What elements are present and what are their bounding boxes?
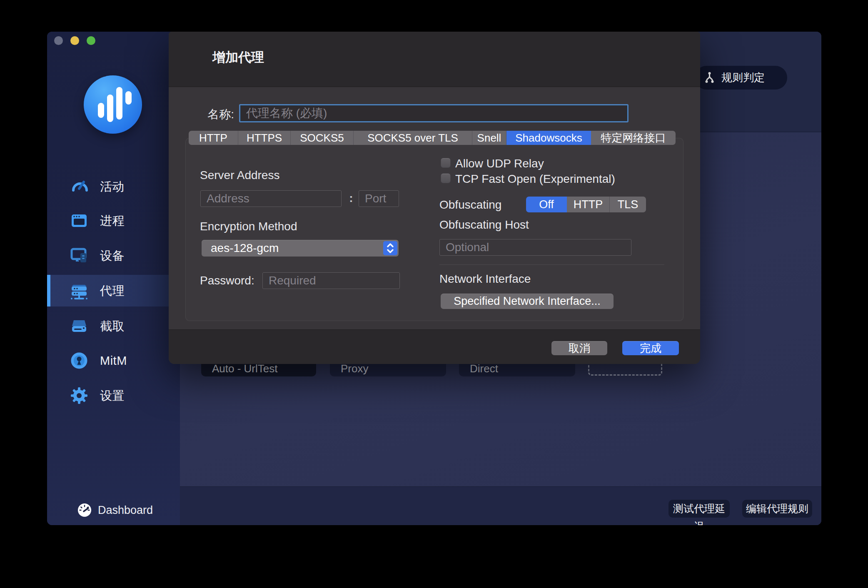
network-interface-label: Network Interface <box>439 272 531 286</box>
window-icon <box>70 212 88 230</box>
obfuscating-host-label: Obfuscating Host <box>439 218 529 232</box>
tcp-fast-open-checkbox[interactable] <box>441 173 451 183</box>
dialog-title: 增加代理 <box>212 49 264 66</box>
proxy-name-input[interactable] <box>239 104 629 122</box>
drive-icon <box>70 317 88 335</box>
tab-snell[interactable]: Snell <box>472 131 506 145</box>
dashboard-gauge-icon <box>77 503 92 518</box>
encryption-method-label: Encryption Method <box>200 220 297 233</box>
edit-proxy-rules-button[interactable]: 编辑代理规则 <box>742 500 812 518</box>
port-input[interactable] <box>359 190 399 207</box>
specified-network-interface-button[interactable]: Specified Network Interface... <box>441 294 614 309</box>
password-input[interactable] <box>262 272 400 289</box>
traffic-light-minimize[interactable] <box>70 36 79 45</box>
sidebar: 活动 进程 <box>47 32 180 525</box>
sidebar-item-activity[interactable]: 活动 <box>47 171 180 202</box>
sidebar-item-processes[interactable]: 进程 <box>47 205 180 237</box>
address-port-colon: : <box>347 192 355 205</box>
sidebar-item-label: 活动 <box>100 171 125 202</box>
tab-socks5-tls[interactable]: SOCKS5 over TLS <box>354 131 472 145</box>
tab-shadowsocks[interactable]: Shadowsocks <box>506 131 591 145</box>
obfuscating-option-off[interactable]: Off <box>526 197 567 212</box>
gear-icon <box>70 386 88 405</box>
add-proxy-dialog: 增加代理 名称: HTTP HTTPS SOCKS5 SOCKS5 over T… <box>169 32 700 364</box>
chevron-up-down-icon <box>383 241 397 255</box>
tab-socks5[interactable]: SOCKS5 <box>291 131 354 145</box>
selected-accent-bar <box>47 275 50 306</box>
sidebar-item-dashboard[interactable]: Dashboard <box>47 496 180 525</box>
encryption-method-select[interactable]: aes-128-gcm <box>202 240 399 257</box>
test-proxy-latency-button[interactable]: 测试代理延迟 <box>668 500 730 518</box>
devices-icon <box>70 247 88 265</box>
tab-http[interactable]: HTTP <box>189 131 238 145</box>
dialog-footer <box>169 329 700 364</box>
rule-judgement-button[interactable]: 规则判定 <box>695 66 787 90</box>
section-divider <box>439 264 664 265</box>
obfuscating-host-input[interactable] <box>439 239 631 256</box>
dashboard-label: Dashboard <box>98 496 153 525</box>
proxy-type-tabs: HTTP HTTPS SOCKS5 SOCKS5 over TLS Snell … <box>189 131 676 145</box>
obfuscating-label: Obfuscating <box>439 198 501 212</box>
address-input[interactable] <box>200 190 342 207</box>
sidebar-item-label: MitM <box>100 345 127 376</box>
obfuscating-option-http[interactable]: HTTP <box>567 197 610 212</box>
done-button[interactable]: 完成 <box>622 341 679 355</box>
sidebar-item-mitm[interactable]: MitM <box>47 345 180 376</box>
app-logo <box>84 75 142 134</box>
gauge-icon <box>70 177 88 196</box>
tab-network-interface[interactable]: 特定网络接口 <box>591 131 676 145</box>
obfuscating-segmented-control: Off HTTP TLS <box>526 197 646 212</box>
dialog-header: 增加代理 <box>169 32 700 87</box>
udp-relay-checkbox[interactable] <box>441 158 451 168</box>
server-address-label: Server Address <box>200 169 279 182</box>
encryption-method-value: aes-128-gcm <box>211 240 279 257</box>
sidebar-item-settings[interactable]: 设置 <box>47 380 180 411</box>
cancel-button[interactable]: 取消 <box>551 341 607 355</box>
obfuscating-option-tls[interactable]: TLS <box>610 197 646 212</box>
sidebar-item-label: 设备 <box>100 240 125 272</box>
tcp-fast-open-label: TCP Fast Open (Experimental) <box>455 172 615 186</box>
sidebar-item-proxies[interactable]: 代理 <box>47 275 180 306</box>
branch-icon <box>703 71 716 84</box>
sidebar-item-label: 截取 <box>100 310 125 342</box>
udp-relay-label: Allow UDP Relay <box>455 157 544 170</box>
screen: 活动 进程 <box>0 0 868 588</box>
servers-icon <box>70 282 88 300</box>
sidebar-item-capture[interactable]: 截取 <box>47 310 180 342</box>
traffic-light-close[interactable] <box>54 36 63 45</box>
name-label: 名称: <box>185 107 234 122</box>
sidebar-item-devices[interactable]: 设备 <box>47 240 180 272</box>
tab-https[interactable]: HTTPS <box>238 131 291 145</box>
sidebar-item-label: 设置 <box>100 380 125 411</box>
keyhole-icon <box>70 351 88 370</box>
password-label: Password: <box>200 274 254 287</box>
traffic-light-zoom[interactable] <box>87 36 95 45</box>
sidebar-item-label: 进程 <box>100 205 125 237</box>
sidebar-item-label: 代理 <box>100 275 125 306</box>
rule-judgement-label: 规则判定 <box>721 66 765 90</box>
